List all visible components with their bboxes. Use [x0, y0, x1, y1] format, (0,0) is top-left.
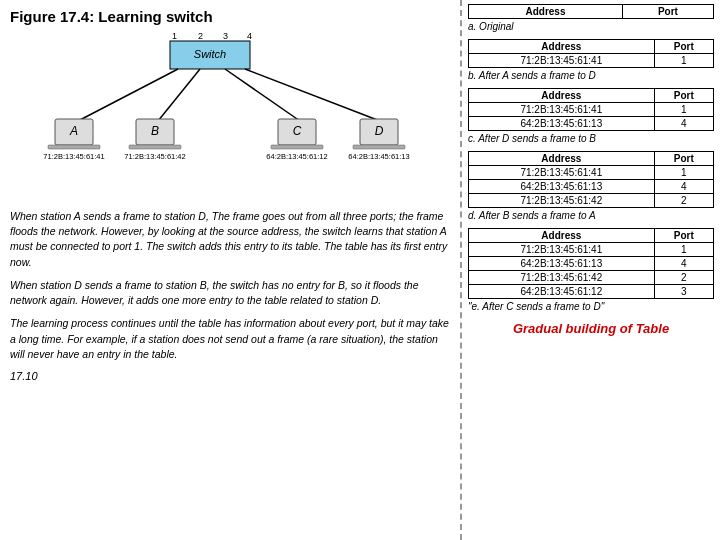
- cell-d1-addr: 71:2B:13:45:61:41: [469, 166, 655, 180]
- cell-e2-port: 4: [654, 257, 713, 271]
- svg-rect-15: [129, 145, 181, 149]
- svg-line-9: [245, 69, 380, 121]
- table-block-d: Address Port 71:2B:13:45:61:41 1 64:2B:1…: [468, 151, 714, 222]
- table-row: 71:2B:13:45:61:41 1: [469, 166, 714, 180]
- svg-text:2: 2: [198, 31, 203, 41]
- svg-rect-19: [271, 145, 323, 149]
- text-block-1: When station A sends a frame to station …: [10, 209, 450, 270]
- svg-text:Switch: Switch: [194, 48, 226, 60]
- cell-e1-addr: 71:2B:13:45:61:41: [469, 243, 655, 257]
- table-b-header-address: Address: [469, 40, 655, 54]
- table-row: 71:2B:13:45:61:41 1: [469, 54, 714, 68]
- table-block-e: Address Port 71:2B:13:45:61:41 1 64:2B:1…: [468, 228, 714, 313]
- table-a-caption: a. Original: [468, 21, 714, 32]
- figure-title-prefix: Figure 17.4:: [10, 8, 94, 25]
- text-content-2: When station D sends a frame to station …: [10, 279, 419, 306]
- cell-c1-addr: 71:2B:13:45:61:41: [469, 103, 655, 117]
- text-content-3: The learning process continues until the…: [10, 317, 449, 359]
- table-c-caption: c. After D sends a frame to B: [468, 133, 714, 144]
- svg-text:64:2B:13:45:61:13: 64:2B:13:45:61:13: [348, 152, 409, 161]
- table-d: Address Port 71:2B:13:45:61:41 1 64:2B:1…: [468, 151, 714, 208]
- cell-d3-addr: 71:2B:13:45:61:42: [469, 194, 655, 208]
- svg-line-8: [225, 69, 300, 121]
- svg-text:B: B: [151, 124, 159, 138]
- svg-text:71:2B:13:45:61:41: 71:2B:13:45:61:41: [43, 152, 104, 161]
- table-row: 71:2B:13:45:61:41 1: [469, 103, 714, 117]
- text-block-2: When station D sends a frame to station …: [10, 278, 450, 308]
- cell-e4-port: 3: [654, 285, 713, 299]
- network-diagram: Switch 1 2 3 4 A 71:2B:13:45:61:41 B: [10, 31, 450, 201]
- table-b-header-port: Port: [654, 40, 713, 54]
- cell-b1-port: 1: [654, 54, 713, 68]
- table-e: Address Port 71:2B:13:45:61:41 1 64:2B:1…: [468, 228, 714, 299]
- cell-c1-port: 1: [654, 103, 713, 117]
- table-e-header-port: Port: [654, 229, 713, 243]
- table-row: 64:2B:13:45:61:13 4: [469, 257, 714, 271]
- footer-number: 17.10: [10, 370, 450, 382]
- cell-e1-port: 1: [654, 243, 713, 257]
- cell-d2-addr: 64:2B:13:45:61:13: [469, 180, 655, 194]
- table-row: 71:2B:13:45:61:42 2: [469, 271, 714, 285]
- cell-e3-addr: 71:2B:13:45:61:42: [469, 271, 655, 285]
- table-row: 71:2B:13:45:61:42 2: [469, 194, 714, 208]
- right-panel: Address Port a. Original Address Port 71…: [460, 0, 720, 540]
- svg-text:4: 4: [247, 31, 252, 41]
- cell-d1-port: 1: [654, 166, 713, 180]
- svg-rect-11: [48, 145, 100, 149]
- text-block-3: The learning process continues until the…: [10, 316, 450, 362]
- table-e-header-address: Address: [469, 229, 655, 243]
- table-d-header-address: Address: [469, 152, 655, 166]
- table-block-b: Address Port 71:2B:13:45:61:41 1 b. Afte…: [468, 39, 714, 82]
- table-b-caption: b. After A sends a frame to D: [468, 70, 714, 81]
- table-a-header-port: Port: [622, 5, 713, 19]
- table-c-header-address: Address: [469, 89, 655, 103]
- table-row: 64:2B:13:45:61:13 4: [469, 117, 714, 131]
- table-b: Address Port 71:2B:13:45:61:41 1: [468, 39, 714, 68]
- table-d-header-port: Port: [654, 152, 713, 166]
- cell-b1-addr: 71:2B:13:45:61:41: [469, 54, 655, 68]
- table-a-header-address: Address: [469, 5, 623, 19]
- text-content-1: When station A sends a frame to station …: [10, 210, 447, 268]
- figure-title: Figure 17.4: Learning switch: [10, 8, 450, 25]
- svg-text:64:2B:13:45:61:12: 64:2B:13:45:61:12: [266, 152, 327, 161]
- table-row: 64:2B:13:45:61:13 4: [469, 180, 714, 194]
- table-c-header-port: Port: [654, 89, 713, 103]
- table-a: Address Port: [468, 4, 714, 19]
- left-panel: Figure 17.4: Learning switch Switch 1 2 …: [0, 0, 460, 540]
- cell-e4-addr: 64:2B:13:45:61:12: [469, 285, 655, 299]
- table-e-caption: "e. After C sends a frame to D": [468, 301, 714, 312]
- svg-line-6: [78, 69, 178, 121]
- svg-text:1: 1: [172, 31, 177, 41]
- cell-e3-port: 2: [654, 271, 713, 285]
- svg-text:D: D: [375, 124, 384, 138]
- table-block-c: Address Port 71:2B:13:45:61:41 1 64:2B:1…: [468, 88, 714, 145]
- svg-text:71:2B:13:45:61:42: 71:2B:13:45:61:42: [124, 152, 185, 161]
- cell-d3-port: 2: [654, 194, 713, 208]
- svg-text:A: A: [69, 124, 78, 138]
- figure-title-main: Learning switch: [94, 8, 212, 25]
- cell-e2-addr: 64:2B:13:45:61:13: [469, 257, 655, 271]
- network-svg: Switch 1 2 3 4 A 71:2B:13:45:61:41 B: [10, 31, 450, 201]
- table-d-caption: d. After B sends a frame to A: [468, 210, 714, 221]
- cell-c2-addr: 64:2B:13:45:61:13: [469, 117, 655, 131]
- table-block-a: Address Port a. Original: [468, 4, 714, 33]
- svg-text:3: 3: [223, 31, 228, 41]
- gradual-building-label: Gradual building of Table: [468, 321, 714, 336]
- table-row: 64:2B:13:45:61:12 3: [469, 285, 714, 299]
- cell-c2-port: 4: [654, 117, 713, 131]
- table-c: Address Port 71:2B:13:45:61:41 1 64:2B:1…: [468, 88, 714, 131]
- table-row: 71:2B:13:45:61:41 1: [469, 243, 714, 257]
- svg-text:C: C: [293, 124, 302, 138]
- cell-d2-port: 4: [654, 180, 713, 194]
- svg-rect-23: [353, 145, 405, 149]
